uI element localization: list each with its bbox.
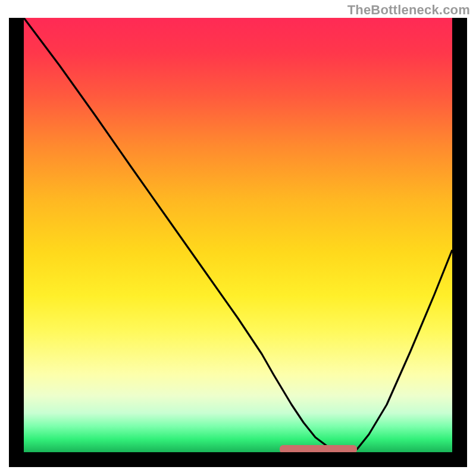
chart-frame (9, 18, 467, 467)
figure: TheBottleneck.com (0, 0, 476, 476)
background-gradient (24, 18, 452, 452)
watermark-text: TheBottleneck.com (347, 2, 470, 18)
